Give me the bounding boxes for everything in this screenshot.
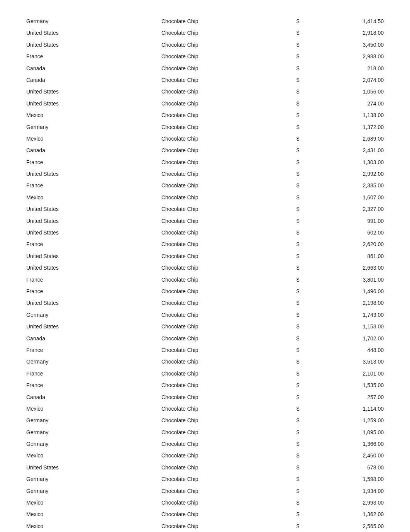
amount-cell: 861.00 [324, 250, 387, 262]
currency-cell: $ [293, 403, 325, 415]
table-row: GermanyChocolate Chip$1,598.00 [23, 473, 387, 485]
currency-cell: $ [293, 473, 325, 485]
amount-cell: 1,702.00 [324, 333, 387, 344]
country-cell: Mexico [23, 520, 158, 532]
product-cell: Chocolate Chip [158, 227, 293, 238]
country-cell: France [23, 344, 158, 356]
table-row: MexicoChocolate Chip$1,114.00 [23, 403, 387, 415]
product-cell: Chocolate Chip [158, 86, 293, 97]
currency-cell: $ [293, 427, 325, 438]
product-cell: Chocolate Chip [158, 274, 293, 286]
currency-cell: $ [293, 379, 325, 391]
currency-cell: $ [293, 356, 325, 367]
product-cell: Chocolate Chip [158, 497, 293, 508]
country-cell: France [23, 368, 158, 379]
currency-cell: $ [293, 297, 325, 309]
currency-cell: $ [293, 227, 325, 238]
country-cell: Germany [23, 438, 158, 450]
product-cell: Chocolate Chip [158, 333, 293, 344]
amount-cell: 1,303.00 [324, 156, 387, 168]
country-cell: Mexico [23, 450, 158, 461]
product-cell: Chocolate Chip [158, 520, 293, 532]
currency-cell: $ [293, 520, 325, 532]
country-cell: United States [23, 27, 158, 39]
product-cell: Chocolate Chip [158, 462, 293, 473]
table-row: MexicoChocolate Chip$2,993.00 [23, 497, 387, 508]
country-cell: United States [23, 98, 158, 109]
amount-cell: 1,366.00 [324, 438, 387, 450]
amount-cell: 1,114.00 [324, 403, 387, 415]
table-row: United StatesChocolate Chip$991.00 [23, 215, 387, 227]
currency-cell: $ [293, 180, 325, 191]
product-cell: Chocolate Chip [158, 344, 293, 356]
amount-cell: 2,663.00 [324, 262, 387, 274]
product-cell: Chocolate Chip [158, 427, 293, 438]
amount-cell: 1,372.00 [324, 121, 387, 133]
amount-cell: 1,934.00 [324, 485, 387, 497]
product-cell: Chocolate Chip [158, 133, 293, 144]
amount-cell: 678.00 [324, 462, 387, 473]
country-cell: United States [23, 203, 158, 215]
currency-cell: $ [293, 121, 325, 133]
country-cell: Mexico [23, 192, 158, 203]
currency-cell: $ [293, 51, 325, 62]
table-row: MexicoChocolate Chip$1,362.00 [23, 508, 387, 520]
table-row: GermanyChocolate Chip$1,259.00 [23, 415, 387, 426]
country-cell: Mexico [23, 508, 158, 520]
country-cell: Canada [23, 391, 158, 403]
country-cell: France [23, 379, 158, 391]
amount-cell: 1,496.00 [324, 286, 387, 297]
product-cell: Chocolate Chip [158, 438, 293, 450]
country-cell: Mexico [23, 109, 158, 121]
currency-cell: $ [293, 98, 325, 109]
country-cell: United States [23, 462, 158, 473]
country-cell: France [23, 51, 158, 62]
country-cell: Canada [23, 144, 158, 156]
table-row: FranceChocolate Chip$2,620.00 [23, 238, 387, 250]
country-cell: United States [23, 297, 158, 309]
table-row: United StatesChocolate Chip$3,450.00 [23, 39, 387, 51]
country-cell: United States [23, 227, 158, 238]
table-row: FranceChocolate Chip$2,988.00 [23, 51, 387, 62]
country-cell: France [23, 180, 158, 191]
country-cell: United States [23, 86, 158, 97]
country-cell: United States [23, 250, 158, 262]
currency-cell: $ [293, 238, 325, 250]
amount-cell: 991.00 [324, 215, 387, 227]
table-row: CanadaChocolate Chip$257.00 [23, 391, 387, 403]
product-cell: Chocolate Chip [158, 144, 293, 156]
currency-cell: $ [293, 74, 325, 86]
amount-cell: 2,327.00 [324, 203, 387, 215]
currency-cell: $ [293, 415, 325, 426]
country-cell: Canada [23, 74, 158, 86]
amount-cell: 2,689.00 [324, 133, 387, 144]
product-cell: Chocolate Chip [158, 192, 293, 203]
product-cell: Chocolate Chip [158, 321, 293, 332]
amount-cell: 1,414.50 [324, 15, 387, 27]
product-cell: Chocolate Chip [158, 156, 293, 168]
table-row: United StatesChocolate Chip$2,327.00 [23, 203, 387, 215]
amount-cell: 1,607.00 [324, 192, 387, 203]
currency-cell: $ [293, 508, 325, 520]
table-row: United StatesChocolate Chip$1,056.00 [23, 86, 387, 97]
currency-cell: $ [293, 63, 325, 74]
table-row: MexicoChocolate Chip$2,460.00 [23, 450, 387, 461]
amount-cell: 2,198.00 [324, 297, 387, 309]
product-cell: Chocolate Chip [158, 39, 293, 51]
product-cell: Chocolate Chip [158, 238, 293, 250]
product-cell: Chocolate Chip [158, 98, 293, 109]
product-cell: Chocolate Chip [158, 203, 293, 215]
table-row: United StatesChocolate Chip$2,918.00 [23, 27, 387, 39]
country-cell: France [23, 286, 158, 297]
currency-cell: $ [293, 497, 325, 508]
table-row: United StatesChocolate Chip$678.00 [23, 462, 387, 473]
country-cell: United States [23, 262, 158, 274]
table-row: GermanyChocolate Chip$1,372.00 [23, 121, 387, 133]
amount-cell: 218.00 [324, 63, 387, 74]
amount-cell: 1,535.00 [324, 379, 387, 391]
product-cell: Chocolate Chip [158, 473, 293, 485]
amount-cell: 2,918.00 [324, 27, 387, 39]
country-cell: Germany [23, 415, 158, 426]
product-cell: Chocolate Chip [158, 27, 293, 39]
table-row: CanadaChocolate Chip$1,702.00 [23, 333, 387, 344]
